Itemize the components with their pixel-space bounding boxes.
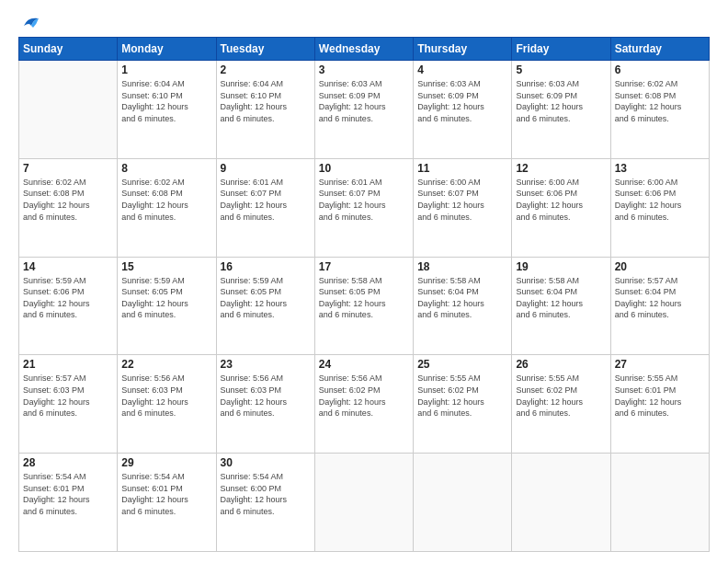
calendar-cell: 28Sunrise: 5:54 AM Sunset: 6:01 PM Dayli… [19, 454, 118, 552]
day-number: 10 [319, 162, 409, 175]
day-info: Sunrise: 5:59 AM Sunset: 6:06 PM Dayligh… [23, 275, 113, 321]
calendar-cell: 1Sunrise: 6:04 AM Sunset: 6:10 PM Daylig… [118, 61, 216, 159]
day-number: 29 [121, 456, 211, 469]
calendar-cell: 24Sunrise: 5:56 AM Sunset: 6:02 PM Dayli… [314, 355, 413, 454]
calendar-cell: 4Sunrise: 6:03 AM Sunset: 6:09 PM Daylig… [414, 61, 512, 159]
calendar-cell: 5Sunrise: 6:03 AM Sunset: 6:09 PM Daylig… [512, 61, 610, 159]
day-number: 27 [615, 358, 705, 371]
day-info: Sunrise: 6:03 AM Sunset: 6:09 PM Dayligh… [516, 78, 606, 124]
calendar-cell: 18Sunrise: 5:58 AM Sunset: 6:04 PM Dayli… [414, 257, 512, 355]
day-info: Sunrise: 5:57 AM Sunset: 6:04 PM Dayligh… [615, 275, 705, 321]
calendar-cell: 8Sunrise: 6:02 AM Sunset: 6:08 PM Daylig… [118, 158, 216, 257]
day-number: 1 [121, 63, 211, 76]
day-info: Sunrise: 5:55 AM Sunset: 6:02 PM Dayligh… [516, 373, 606, 419]
calendar-cell: 11Sunrise: 6:00 AM Sunset: 6:07 PM Dayli… [414, 158, 512, 257]
calendar-cell: 10Sunrise: 6:01 AM Sunset: 6:07 PM Dayli… [314, 158, 413, 257]
day-info: Sunrise: 6:04 AM Sunset: 6:10 PM Dayligh… [221, 78, 311, 124]
calendar-table: SundayMondayTuesdayWednesdayThursdayFrid… [18, 37, 710, 552]
day-number: 25 [417, 358, 507, 371]
day-number: 22 [121, 358, 211, 371]
day-info: Sunrise: 6:03 AM Sunset: 6:09 PM Dayligh… [417, 78, 507, 124]
day-number: 30 [221, 456, 311, 469]
day-info: Sunrise: 6:02 AM Sunset: 6:08 PM Dayligh… [121, 177, 211, 223]
day-number: 13 [615, 162, 705, 175]
day-info: Sunrise: 5:57 AM Sunset: 6:03 PM Dayligh… [23, 373, 113, 419]
calendar-week-row: 7Sunrise: 6:02 AM Sunset: 6:08 PM Daylig… [19, 158, 710, 257]
day-number: 23 [221, 358, 311, 371]
day-number: 9 [221, 162, 311, 175]
calendar-cell: 14Sunrise: 5:59 AM Sunset: 6:06 PM Dayli… [19, 257, 118, 355]
day-info: Sunrise: 5:54 AM Sunset: 6:01 PM Dayligh… [23, 471, 113, 517]
calendar-cell: 21Sunrise: 5:57 AM Sunset: 6:03 PM Dayli… [19, 355, 118, 454]
day-info: Sunrise: 5:55 AM Sunset: 6:02 PM Dayligh… [417, 373, 507, 419]
day-info: Sunrise: 5:54 AM Sunset: 6:01 PM Dayligh… [121, 471, 211, 517]
day-info: Sunrise: 5:58 AM Sunset: 6:04 PM Dayligh… [417, 275, 507, 321]
day-number: 18 [417, 260, 507, 273]
calendar-cell: 29Sunrise: 5:54 AM Sunset: 6:01 PM Dayli… [118, 454, 216, 552]
day-info: Sunrise: 6:04 AM Sunset: 6:10 PM Dayligh… [121, 78, 211, 124]
day-number: 20 [615, 260, 705, 273]
day-info: Sunrise: 5:54 AM Sunset: 6:00 PM Dayligh… [221, 471, 311, 517]
calendar-cell: 19Sunrise: 5:58 AM Sunset: 6:04 PM Dayli… [512, 257, 610, 355]
day-number: 2 [221, 63, 311, 76]
day-number: 19 [516, 260, 606, 273]
calendar-cell: 15Sunrise: 5:59 AM Sunset: 6:05 PM Dayli… [118, 257, 216, 355]
day-info: Sunrise: 5:56 AM Sunset: 6:03 PM Dayligh… [221, 373, 311, 419]
column-header-friday: Friday [512, 38, 610, 61]
calendar-cell: 7Sunrise: 6:02 AM Sunset: 6:08 PM Daylig… [19, 158, 118, 257]
calendar-cell [512, 454, 610, 552]
column-header-sunday: Sunday [19, 38, 118, 61]
column-header-tuesday: Tuesday [216, 38, 314, 61]
calendar-cell: 23Sunrise: 5:56 AM Sunset: 6:03 PM Dayli… [216, 355, 314, 454]
day-info: Sunrise: 6:01 AM Sunset: 6:07 PM Dayligh… [319, 177, 409, 223]
calendar-cell [414, 454, 512, 552]
day-number: 4 [417, 63, 507, 76]
day-number: 26 [516, 358, 606, 371]
day-number: 6 [615, 63, 705, 76]
calendar-cell: 13Sunrise: 6:00 AM Sunset: 6:06 PM Dayli… [610, 158, 709, 257]
day-info: Sunrise: 5:55 AM Sunset: 6:01 PM Dayligh… [615, 373, 705, 419]
calendar-cell: 26Sunrise: 5:55 AM Sunset: 6:02 PM Dayli… [512, 355, 610, 454]
calendar-cell [610, 454, 709, 552]
calendar-cell: 17Sunrise: 5:58 AM Sunset: 6:05 PM Dayli… [314, 257, 413, 355]
day-number: 3 [319, 63, 409, 76]
day-number: 24 [319, 358, 409, 371]
day-number: 21 [23, 358, 113, 371]
day-info: Sunrise: 5:58 AM Sunset: 6:05 PM Dayligh… [319, 275, 409, 321]
calendar-cell: 27Sunrise: 5:55 AM Sunset: 6:01 PM Dayli… [610, 355, 709, 454]
calendar-week-row: 21Sunrise: 5:57 AM Sunset: 6:03 PM Dayli… [19, 355, 710, 454]
calendar-cell: 20Sunrise: 5:57 AM Sunset: 6:04 PM Dayli… [610, 257, 709, 355]
calendar-cell: 22Sunrise: 5:56 AM Sunset: 6:03 PM Dayli… [118, 355, 216, 454]
header [18, 15, 710, 29]
day-number: 12 [516, 162, 606, 175]
day-info: Sunrise: 6:00 AM Sunset: 6:06 PM Dayligh… [615, 177, 705, 223]
day-number: 5 [516, 63, 606, 76]
day-info: Sunrise: 6:03 AM Sunset: 6:09 PM Dayligh… [319, 78, 409, 124]
day-number: 8 [121, 162, 211, 175]
day-info: Sunrise: 6:00 AM Sunset: 6:07 PM Dayligh… [417, 177, 507, 223]
page: SundayMondayTuesdayWednesdayThursdayFrid… [0, 0, 728, 563]
day-info: Sunrise: 6:02 AM Sunset: 6:08 PM Dayligh… [23, 177, 113, 223]
calendar-header-row: SundayMondayTuesdayWednesdayThursdayFrid… [19, 38, 710, 61]
column-header-monday: Monday [118, 38, 216, 61]
day-info: Sunrise: 5:58 AM Sunset: 6:04 PM Dayligh… [516, 275, 606, 321]
calendar-cell: 9Sunrise: 6:01 AM Sunset: 6:07 PM Daylig… [216, 158, 314, 257]
calendar-cell: 2Sunrise: 6:04 AM Sunset: 6:10 PM Daylig… [216, 61, 314, 159]
day-number: 7 [23, 162, 113, 175]
day-info: Sunrise: 5:59 AM Sunset: 6:05 PM Dayligh… [221, 275, 311, 321]
day-number: 16 [221, 260, 311, 273]
day-info: Sunrise: 5:56 AM Sunset: 6:03 PM Dayligh… [121, 373, 211, 419]
day-info: Sunrise: 6:00 AM Sunset: 6:06 PM Dayligh… [516, 177, 606, 223]
day-number: 11 [417, 162, 507, 175]
calendar-week-row: 14Sunrise: 5:59 AM Sunset: 6:06 PM Dayli… [19, 257, 710, 355]
logo [18, 15, 40, 29]
day-number: 14 [23, 260, 113, 273]
calendar-cell [19, 61, 118, 159]
logo-bird-icon [20, 13, 40, 33]
calendar-cell [314, 454, 413, 552]
day-number: 28 [23, 456, 113, 469]
day-info: Sunrise: 5:59 AM Sunset: 6:05 PM Dayligh… [121, 275, 211, 321]
calendar-week-row: 28Sunrise: 5:54 AM Sunset: 6:01 PM Dayli… [19, 454, 710, 552]
day-info: Sunrise: 6:01 AM Sunset: 6:07 PM Dayligh… [221, 177, 311, 223]
calendar-week-row: 1Sunrise: 6:04 AM Sunset: 6:10 PM Daylig… [19, 61, 710, 159]
